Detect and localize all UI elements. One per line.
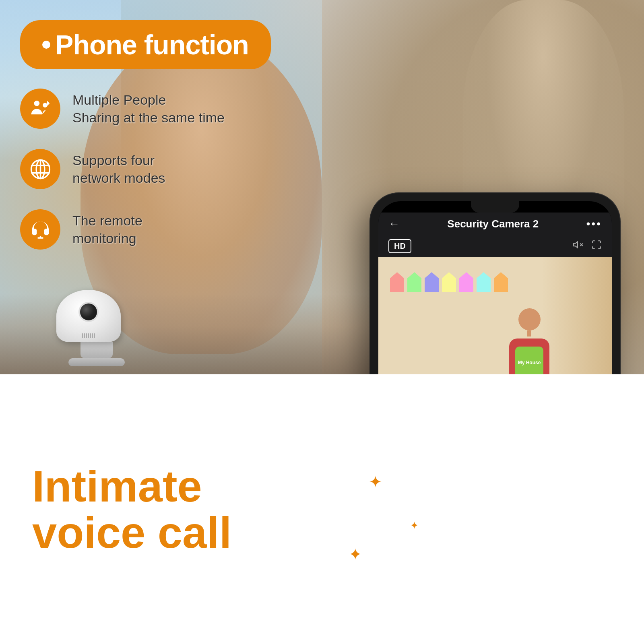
- features-list: Multiple People Sharing at the same time…: [20, 89, 225, 250]
- svg-point-1: [43, 103, 47, 107]
- security-camera-device: [56, 290, 137, 370]
- toolbar-icons: [573, 239, 602, 253]
- feature-remote-monitoring: The remote monitoring: [20, 209, 225, 250]
- multiple-people-icon-circle: [20, 89, 60, 129]
- sparkle-decoration-2: ✦: [369, 473, 382, 491]
- svg-marker-7: [574, 242, 578, 248]
- badge-title: Phone function: [55, 29, 249, 60]
- network-modes-text: Supports four network modes: [72, 151, 165, 187]
- network-modes-icon-circle: [20, 149, 60, 189]
- person-share-icon: [29, 98, 52, 120]
- fullscreen-icon[interactable]: [591, 239, 602, 253]
- bottom-section: Intimate voice call ✦ ✦ ✦: [0, 374, 644, 644]
- phone-header: ← Security Camera 2 •••: [378, 213, 612, 235]
- svg-point-0: [34, 100, 39, 106]
- multiple-people-text: Multiple People Sharing at the same time: [72, 91, 225, 126]
- sparkle-decoration-3: ✦: [410, 520, 419, 531]
- badge-dot: [42, 41, 50, 49]
- phone-screen-title: Security Camera 2: [447, 218, 539, 230]
- hd-quality-badge: HD: [388, 239, 411, 253]
- feature-network-modes: Supports four network modes: [20, 149, 225, 189]
- mute-icon[interactable]: [573, 239, 583, 253]
- phone-notch: [471, 201, 519, 213]
- headset-icon: [29, 219, 52, 241]
- phone-toolbar: HD: [378, 235, 612, 257]
- phone-back-button[interactable]: ←: [388, 217, 400, 230]
- intimate-voice-call-text: Intimate voice call: [32, 463, 314, 556]
- sparkle-decoration-1: ✦: [349, 545, 362, 564]
- phone-more-button[interactable]: •••: [586, 217, 602, 230]
- globe-icon: [29, 158, 52, 180]
- content-overlay: Phone function Multiple People Sharing a…: [0, 0, 644, 644]
- phone-function-badge: Phone function: [20, 20, 271, 69]
- feature-multiple-people: Multiple People Sharing at the same time: [20, 89, 225, 129]
- remote-monitoring-icon-circle: [20, 209, 60, 250]
- remote-monitoring-text: The remote monitoring: [72, 212, 142, 247]
